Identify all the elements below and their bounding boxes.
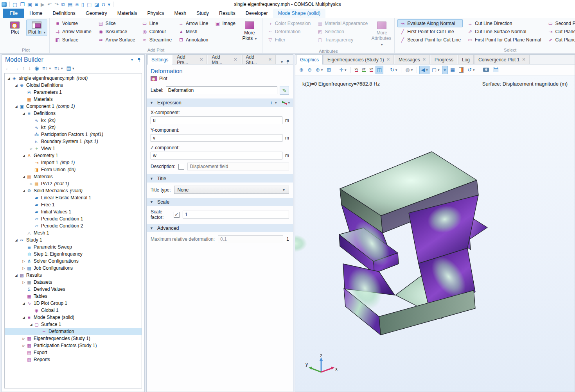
- graphics-tab-progress[interactable]: Progress: [431, 55, 457, 64]
- settings-tab-add-stu-[interactable]: Add Stu...✕: [242, 55, 276, 64]
- rename-label-icon[interactable]: ✎: [280, 86, 289, 95]
- tree-item-single-eigenfrequency-mph[interactable]: ◢◈single eigenfrequency.mph(root): [5, 75, 142, 82]
- tree-item-solid-mechanics[interactable]: ◢⚙Solid Mechanics(solid): [5, 187, 142, 194]
- tree-item-periodic-condition-2[interactable]: ▱Periodic Condition 2: [5, 222, 142, 229]
- tree-item-materials[interactable]: ◢▦Materials: [5, 173, 142, 180]
- tree-item-pa12[interactable]: ▷▦PA12(mat 1): [5, 180, 142, 187]
- tree-item-import-1[interactable]: ⇥Import 1(imp 1): [5, 159, 142, 166]
- tree-item-parametric-sweep[interactable]: ≣Parametric Sweep: [5, 243, 142, 251]
- expand-toggle-icon[interactable]: ◢: [14, 274, 19, 277]
- close-tab-icon[interactable]: ✕: [386, 57, 390, 62]
- ribbon-item-line[interactable]: ▭Line: [140, 19, 174, 27]
- qat-dropdown[interactable]: ▾: [108, 2, 110, 7]
- tree-item-initial-values-1[interactable]: ▰Initial Values 1: [5, 208, 142, 215]
- find-icon[interactable]: ◘: [102, 2, 105, 7]
- tree-item-datasets[interactable]: ▷▦Datasets: [5, 279, 142, 286]
- tree-item-global-definitions[interactable]: ◢⊕Global Definitions: [5, 82, 142, 89]
- add-expression-icon[interactable]: +: [270, 100, 273, 106]
- tree-item-reports[interactable]: ▨Reports: [5, 356, 142, 363]
- ribbon-item-filter[interactable]: ▽Filter: [265, 36, 313, 44]
- section-title[interactable]: ▼ Title: [147, 174, 293, 183]
- ribbon-item-cut-plane-normal[interactable]: ⇥Cut Plane Normal: [545, 27, 575, 36]
- more-attributes-button[interactable]: More Attributes ▾: [371, 20, 392, 48]
- section-scale[interactable]: ▼ Scale: [147, 198, 293, 206]
- replace-expression-icon[interactable]: [282, 101, 287, 105]
- expand-toggle-icon[interactable]: ▷: [21, 260, 26, 263]
- view-xz-icon[interactable]: xz: [368, 66, 375, 74]
- print-icon[interactable]: [491, 66, 500, 74]
- more-plots-button[interactable]: More Plots ▾: [239, 20, 260, 43]
- tree-item-kx[interactable]: ∿kx(kx): [5, 117, 142, 124]
- description-input[interactable]: [187, 163, 289, 170]
- close-tab-icon[interactable]: ✕: [199, 57, 203, 62]
- close-tab-icon[interactable]: ✕: [422, 57, 426, 62]
- settings-tab-add-pre-[interactable]: Add Pre...✕: [173, 55, 207, 64]
- snapshot-icon[interactable]: [482, 66, 491, 74]
- ribbon-tab-study[interactable]: Study: [191, 9, 214, 18]
- section-advanced[interactable]: ▼ Advanced: [147, 224, 293, 232]
- tree-item-solver-configurations[interactable]: ▷⋔Solver Configurations: [5, 258, 142, 265]
- plot-button-label[interactable]: Plot: [159, 76, 167, 81]
- copy-icon[interactable]: ⧉: [61, 2, 65, 7]
- expand-toggle-icon[interactable]: ◢: [21, 189, 26, 193]
- title-type-select[interactable]: None ▼: [174, 186, 289, 194]
- graphics-tab-convergence-plot-1[interactable]: Convergence Plot 1✕: [474, 55, 530, 64]
- back-icon[interactable]: ←: [5, 66, 10, 71]
- run-icon[interactable]: ▶: [41, 2, 45, 7]
- graphics-canvas[interactable]: k(1)=0 Eigenfrequency=7682.8 Hz Surface:…: [295, 75, 575, 392]
- ribbon-item-image[interactable]: ▣Image: [212, 19, 237, 27]
- graphics-tab-messages[interactable]: Messages✕: [395, 55, 430, 64]
- tree-item-job-configurations[interactable]: ▷▤Job Configurations: [5, 265, 142, 272]
- max-relative-deformation-input[interactable]: [218, 235, 283, 243]
- forward-icon[interactable]: →: [14, 66, 19, 71]
- expand-toggle-icon[interactable]: ▷: [21, 281, 26, 284]
- y-component-input[interactable]: [151, 134, 282, 142]
- description-checkbox[interactable]: ✓: [178, 164, 184, 170]
- grid-icon[interactable]: ▦: [449, 66, 456, 74]
- save-icon[interactable]: ▣: [27, 2, 32, 7]
- ribbon-item-annotation[interactable]: ⊡Annotation: [176, 36, 210, 44]
- ribbon-tab-home[interactable]: Home: [24, 9, 47, 18]
- tree-item-materials[interactable]: ▦Materials: [5, 96, 142, 103]
- tree-item-participation-factors-1[interactable]: ⁂Participation Factors 1(mpf1): [5, 131, 142, 138]
- zoom-box-icon[interactable]: ⊕▾: [314, 66, 324, 74]
- paste-icon[interactable]: ▤: [68, 2, 72, 7]
- tree-item-kz[interactable]: ∿kz(kz): [5, 124, 142, 131]
- color-legend-icon[interactable]: [457, 66, 465, 74]
- select-box-icon[interactable]: ⬚: [87, 2, 92, 7]
- ribbon-item-deformation[interactable]: ∼Deformation: [265, 27, 313, 36]
- clear-icon[interactable]: ◪: [94, 2, 99, 7]
- plot-button-icon[interactable]: [151, 76, 157, 81]
- close-tab-icon[interactable]: ✕: [234, 57, 237, 62]
- undo-icon[interactable]: ↶: [47, 2, 52, 7]
- settings-tab-add-ma-[interactable]: Add Ma...✕: [208, 55, 241, 64]
- expand-toggle-icon[interactable]: ▷: [21, 337, 26, 340]
- ribbon-tab-mesh[interactable]: Mesh: [169, 9, 192, 18]
- settings-tab-settings[interactable]: Settings: [147, 55, 172, 64]
- ribbon-tab-geometry[interactable]: Geometry: [81, 9, 112, 18]
- tree-item-view-1[interactable]: ▷⌖View 1: [5, 145, 142, 152]
- ribbon-tab-mode-shape-solid-[interactable]: Mode Shape (solid): [273, 9, 325, 18]
- save-as-icon[interactable]: ◙: [35, 2, 38, 7]
- tree-item-deformation[interactable]: ∼Deformation: [5, 328, 142, 335]
- tree-item-geometry-1[interactable]: ◢AGeometry 1: [5, 152, 142, 159]
- move-down-icon[interactable]: ↓: [29, 66, 31, 71]
- view-yz-icon[interactable]: yz: [361, 66, 367, 74]
- expand-toggle-icon[interactable]: ◢: [21, 316, 26, 319]
- transparency-icon[interactable]: ▢▾: [430, 66, 441, 74]
- ribbon-item-volume[interactable]: ■Volume: [52, 19, 93, 27]
- tree-item-mode-shape-solid-[interactable]: ◢■Mode Shape (solid): [5, 314, 142, 321]
- tree-item-definitions[interactable]: ◢≡Definitions: [5, 110, 142, 117]
- ribbon-item-slice[interactable]: ▤Slice: [96, 19, 137, 27]
- tree-item-tables[interactable]: ▦Tables: [5, 293, 142, 300]
- ribbon-item-second-point-for-cut-plane-nor[interactable]: ▭Second Point for Cut Plane Nor: [545, 19, 575, 27]
- ribbon-item-cut-line-surface-normal[interactable]: ⇗Cut Line Surface Normal: [465, 27, 543, 36]
- node-text-icon[interactable]: ▤: [66, 66, 71, 71]
- tree-item-study-1[interactable]: ◢∾Study 1: [5, 236, 142, 243]
- ribbon-tab-definitions[interactable]: Definitions: [48, 9, 81, 18]
- default-view-icon[interactable]: ✛▾: [338, 66, 348, 74]
- tab-menu-icon[interactable]: ▾: [281, 60, 283, 64]
- ribbon-tab-file[interactable]: File: [3, 9, 24, 18]
- z-component-input[interactable]: [151, 152, 282, 159]
- tree-item-results[interactable]: ◢▩Results: [5, 272, 142, 279]
